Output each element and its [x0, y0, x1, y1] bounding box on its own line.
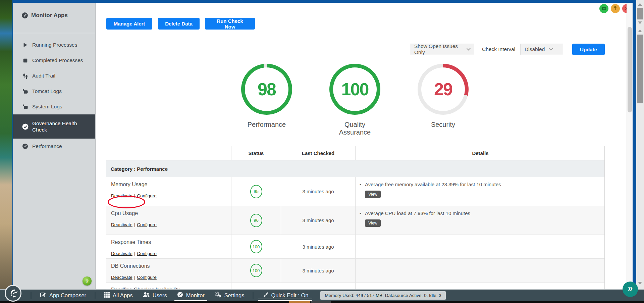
bird-swoosh-icon: [7, 287, 19, 299]
active-underline: [258, 299, 312, 301]
content-scrollbar[interactable]: [627, 3, 633, 289]
status-badge: 96: [250, 214, 262, 227]
open-issues-select[interactable]: Show Open Issues Only: [410, 44, 474, 55]
sidebar-item-governance-health-check[interactable]: Governance Health Check: [13, 114, 95, 139]
nav-monitor[interactable]: Monitor: [174, 290, 207, 301]
check-name: Memory Usage: [111, 182, 226, 188]
nav-label: Settings: [224, 292, 245, 299]
pin-icon: [613, 5, 618, 12]
help-button[interactable]: ?: [83, 276, 92, 286]
gauge-performance: 98 Performance: [241, 64, 292, 129]
deactivate-link[interactable]: Deactivate: [111, 275, 132, 280]
deactivate-link[interactable]: Deactivate: [111, 222, 132, 227]
page-scrollbar[interactable]: [636, 0, 644, 289]
pencil-square-icon: [40, 292, 46, 299]
stop-icon: [21, 58, 29, 63]
log-icon: [21, 89, 29, 94]
nav-label: Users: [153, 292, 167, 299]
check-interval-value: Disabled: [525, 46, 545, 52]
header-last-checked: Last Checked: [281, 146, 355, 160]
nav-label: App Composer: [49, 292, 86, 299]
open-issues-value: Show Open Issues Only: [414, 43, 463, 55]
gauge-quality-assurance: 100 Quality Assurance: [329, 64, 380, 136]
memory-status: Memory Used: 449 / 517 MB; Datasource Ac…: [320, 291, 445, 300]
gauge-label: Security: [418, 121, 469, 129]
gauge-icon: [177, 292, 183, 299]
quick-edit-label: Quick Edit : On: [271, 292, 308, 299]
run-check-now-button[interactable]: Run Check Now: [205, 18, 255, 30]
scroll-up-arrow[interactable]: [638, 3, 642, 6]
scrollbar-thumb[interactable]: [637, 35, 643, 103]
sidebar-item-running-processes[interactable]: Running Processes: [13, 37, 95, 53]
divider: [95, 292, 95, 299]
pin-window-button[interactable]: [611, 4, 620, 13]
deactivate-link[interactable]: Deactivate: [111, 193, 132, 198]
last-checked-value: 3 minutes ago: [281, 259, 355, 282]
question-mark-icon: ?: [86, 278, 89, 284]
configure-link[interactable]: Configure: [137, 222, 157, 227]
nav-users[interactable]: Users: [140, 290, 170, 301]
check-name: Deadline Checker Availability: [111, 287, 226, 289]
restore-window-button[interactable]: [599, 4, 608, 13]
deactivate-link[interactable]: Deactivate: [111, 251, 132, 256]
scrollbar-thumb[interactable]: [628, 27, 632, 112]
sidebar-title: Monitor Apps: [21, 12, 68, 19]
sidebar-item-label: Completed Processes: [32, 57, 83, 63]
brush-icon: [262, 292, 268, 299]
sidebar-item-completed-processes[interactable]: Completed Processes: [13, 53, 95, 68]
quick-edit-toggle[interactable]: Quick Edit : On: [259, 290, 311, 301]
expand-fab-button[interactable]: »: [623, 282, 638, 297]
users-icon: [143, 292, 150, 299]
gauge-value: 100: [341, 79, 369, 99]
check-interval-label: Check Interval: [482, 46, 515, 52]
detail-text: Average free memory available at 23.39% …: [365, 182, 602, 187]
table-header-row: Status Last Checked Details: [106, 146, 604, 160]
status-badge: 100: [250, 240, 262, 253]
sidebar-header: Monitor Apps: [13, 3, 95, 33]
nav-label: All Apps: [113, 292, 133, 299]
sidebar-item-system-logs[interactable]: System Logs: [13, 99, 95, 114]
chevron-down-icon: [467, 46, 471, 50]
gauge-label: Quality Assurance: [329, 121, 380, 136]
delete-data-button[interactable]: Delete Data: [158, 18, 200, 30]
update-button[interactable]: Update: [572, 44, 605, 55]
check-interval-select[interactable]: Disabled: [520, 44, 563, 55]
table-row: Response Times Deactivate|Configure 100 …: [106, 235, 604, 259]
nav-settings[interactable]: Settings: [212, 290, 247, 301]
sidebar: Monitor Apps Running Processes Completed…: [13, 3, 96, 289]
manage-alert-button[interactable]: Manage Alert: [106, 18, 152, 30]
sidebar-item-label: Audit Trail: [32, 73, 55, 79]
nav-app-composer[interactable]: App Composer: [37, 290, 89, 301]
gauge-security: 29 Security: [418, 64, 469, 129]
sidebar-title-label: Monitor Apps: [31, 12, 68, 19]
nav-all-apps[interactable]: All Apps: [101, 290, 136, 301]
gauge-ring: 29: [418, 64, 469, 115]
gauge-value: 98: [258, 79, 276, 99]
gears-icon: [215, 292, 221, 299]
view-button[interactable]: View: [365, 191, 381, 198]
last-checked-value: 3 minutes ago: [281, 235, 355, 258]
check-name: Response Times: [111, 239, 226, 245]
configure-link[interactable]: Configure: [137, 193, 157, 198]
table-row: Deadline Checker Availability: [106, 283, 604, 289]
play-icon: [21, 42, 29, 48]
joget-logo[interactable]: [5, 285, 21, 302]
sidebar-item-performance[interactable]: Performance: [13, 139, 95, 154]
scrollbar-thumb[interactable]: [637, 8, 643, 19]
configure-link[interactable]: Configure: [137, 251, 157, 256]
check-name: Cpu Usage: [111, 210, 226, 216]
last-checked-value: 3 minutes ago: [281, 177, 355, 206]
desktop-wallpaper: [0, 0, 13, 303]
detail-text: Average CPU load at 7.93% for last 10 mi…: [365, 210, 602, 216]
scroll-down-arrow[interactable]: [638, 21, 642, 24]
sidebar-item-audit-trail[interactable]: Audit Trail: [13, 68, 95, 84]
view-button[interactable]: View: [365, 219, 381, 227]
sidebar-item-label: Tomcat Logs: [32, 88, 62, 94]
gauge-ring: 98: [241, 64, 292, 115]
scroll-up-arrow[interactable]: [638, 30, 642, 32]
scroll-down-arrow[interactable]: [638, 282, 642, 285]
sidebar-item-tomcat-logs[interactable]: Tomcat Logs: [13, 84, 95, 99]
sidebar-item-label: Governance Health Check: [32, 120, 95, 133]
configure-link[interactable]: Configure: [137, 275, 157, 280]
header-details: Details: [355, 146, 605, 160]
